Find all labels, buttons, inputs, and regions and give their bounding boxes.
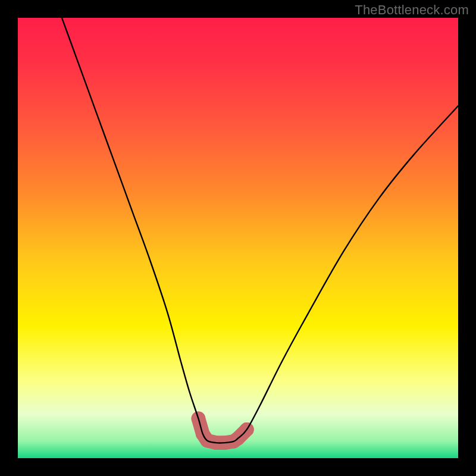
attribution-text: TheBottleneck.com xyxy=(355,2,469,18)
chart-frame: TheBottleneck.com xyxy=(0,0,476,476)
gradient-background xyxy=(18,18,458,458)
plot-area xyxy=(18,18,458,458)
chart-svg xyxy=(18,18,458,458)
